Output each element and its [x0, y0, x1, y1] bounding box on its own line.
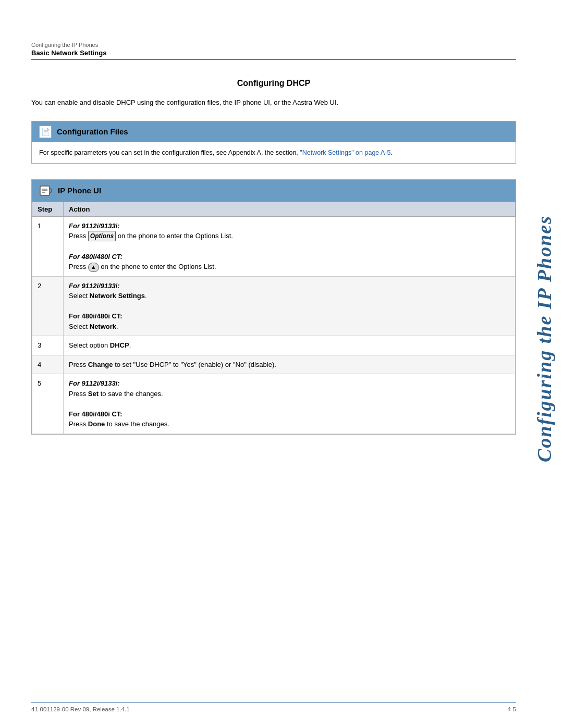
header-section: Configuring the IP Phones Basic Network … [31, 42, 516, 63]
bold-text: Change [88, 361, 113, 368]
step-number: 2 [32, 276, 64, 336]
ip-phone-box: IP Phone UI Step Action 1For 9112i/9133i… [31, 179, 516, 435]
step-action: For 9112i/9133i:Press Options on the pho… [64, 216, 516, 276]
breadcrumb-main: Basic Network Settings [31, 49, 516, 60]
bold-italic-text: For 9112i/9133i: [69, 379, 120, 387]
table-row: 5For 9112i/9133i:Press Set to save the c… [32, 374, 516, 434]
config-files-body-text2: . [391, 149, 393, 156]
intro-paragraph: You can enable and disable DHCP using th… [31, 97, 516, 108]
step-action: Select option DHCP. [64, 336, 516, 355]
bold-text: Done [88, 420, 105, 428]
bold-italic-text: For 9112i/9133i: [69, 282, 120, 290]
bold-text: For 480i/480i CT: [69, 312, 123, 320]
config-files-link[interactable]: "Network Settings" on page A-5 [300, 149, 390, 156]
document-icon: 📄 [39, 126, 52, 138]
step-action: For 9112i/9133i:Select Network Settings.… [64, 276, 516, 336]
section-title: Configuring DHCP [31, 79, 516, 88]
config-files-title: Configuration Files [57, 127, 128, 136]
breadcrumb-top: Configuring the IP Phones [31, 42, 516, 48]
col-action: Action [64, 202, 516, 216]
config-files-box: 📄 Configuration Files For specific param… [31, 121, 516, 164]
ip-phone-header: IP Phone UI [32, 180, 516, 202]
steps-table: Step Action 1For 9112i/9133i:Press Optio… [32, 202, 516, 434]
table-row: 4Press Change to set "Use DHCP" to "Yes"… [32, 355, 516, 374]
table-row: 1For 9112i/9133i:Press Options on the ph… [32, 216, 516, 276]
step-number: 3 [32, 336, 64, 355]
footer: 41-001129-00 Rev 09, Release 1.4.1 4-5 [31, 702, 516, 712]
step-action: Press Change to set "Use DHCP" to "Yes" … [64, 355, 516, 374]
bold-text: Network Settings [90, 292, 145, 300]
bold-italic-text: For 9112i/9133i: [69, 222, 120, 230]
bold-text: Network [90, 323, 116, 330]
table-row: 3Select option DHCP. [32, 336, 516, 355]
options-key: Options [88, 231, 116, 241]
vertical-title-container: Configuring the IP Phones [525, 0, 563, 677]
config-files-header: 📄 Configuration Files [32, 121, 516, 142]
bold-text: DHCP [110, 341, 129, 349]
step-number: 1 [32, 216, 64, 276]
bold-text: For 480i/480i CT: [69, 410, 123, 418]
bold-italic-text: For 480i/480i CT: [69, 253, 123, 261]
table-row: 2For 9112i/9133i:Select Network Settings… [32, 276, 516, 336]
step-number: 5 [32, 374, 64, 434]
content-area: Configuring the IP Phones Basic Network … [31, 0, 516, 435]
bold-text: Set [88, 390, 99, 398]
phone-icon [39, 184, 53, 198]
step-number: 4 [32, 355, 64, 374]
config-files-body-text: For specific parameters you can set in t… [39, 149, 300, 156]
footer-left: 41-001129-00 Rev 09, Release 1.4.1 [31, 706, 130, 712]
config-files-body: For specific parameters you can set in t… [32, 142, 516, 163]
page-container: Configuring the IP Phones Configuring th… [0, 0, 563, 728]
ip-phone-title: IP Phone UI [58, 186, 101, 195]
footer-right: 4-5 [507, 706, 516, 712]
nav-icon-wrapper: ▲ [88, 263, 99, 272]
step-action: For 9112i/9133i:Press Set to save the ch… [64, 374, 516, 434]
vertical-title-text: Configuring the IP Phones [533, 215, 556, 462]
col-step: Step [32, 202, 64, 216]
